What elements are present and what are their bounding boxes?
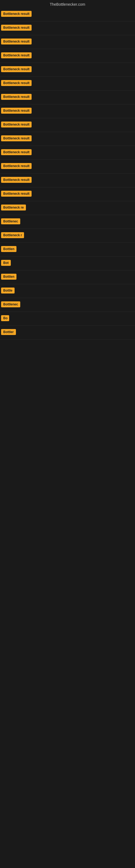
bottleneck-result-badge[interactable]: Bottleneck result: [1, 135, 32, 141]
list-item: Bottleneck result: [0, 91, 135, 104]
bottleneck-result-badge[interactable]: Bot: [1, 260, 11, 266]
bottleneck-result-badge[interactable]: Bottleneck result: [1, 38, 32, 44]
list-item: Bo: [0, 312, 135, 326]
bottleneck-result-badge[interactable]: Bo: [1, 315, 9, 321]
list-item: Bottleneck result: [0, 104, 135, 118]
list-item: Bottlen: [0, 271, 135, 284]
list-item: Bottleneck result: [0, 8, 135, 22]
results-list: Bottleneck resultBottleneck resultBottle…: [0, 8, 135, 719]
list-item: Bottleneck result: [0, 160, 135, 174]
list-item: Bottleneck result: [0, 22, 135, 35]
bottleneck-result-badge[interactable]: Bottleneck re: [1, 205, 26, 211]
bottleneck-result-badge[interactable]: Bottleneck result: [1, 66, 32, 72]
list-item: Bottle: [0, 284, 135, 298]
list-item: Bottlen: [0, 243, 135, 257]
list-item: Bottleneck r: [0, 229, 135, 243]
bottleneck-result-badge[interactable]: Bottleneck result: [1, 11, 32, 17]
list-item: Bottleneck result: [0, 77, 135, 91]
list-item: Bottleneck re: [0, 201, 135, 215]
bottleneck-result-badge[interactable]: Bottleneck result: [1, 177, 32, 183]
bottleneck-result-badge[interactable]: Bottleneck result: [1, 191, 32, 197]
bottleneck-result-badge[interactable]: Bottleneck r: [1, 232, 24, 238]
bottleneck-result-badge[interactable]: Bottleneck result: [1, 80, 32, 86]
list-item: Bottleneck result: [0, 187, 135, 201]
bottleneck-result-badge[interactable]: Bottlenec: [1, 218, 20, 224]
bottleneck-result-badge[interactable]: Bottleneck result: [1, 163, 32, 169]
bottleneck-result-badge[interactable]: Bottlen: [1, 274, 16, 280]
site-title: TheBottlenecker.com: [0, 0, 135, 8]
list-item: Bottleneck result: [0, 63, 135, 77]
bottleneck-result-badge[interactable]: Bottleneck result: [1, 122, 32, 127]
bottleneck-result-badge[interactable]: Bottlen: [1, 246, 16, 252]
bottleneck-result-badge[interactable]: Bottlenec: [1, 301, 20, 307]
bottleneck-result-badge[interactable]: Bottleneck result: [1, 149, 32, 155]
list-item: Bottleneck result: [0, 132, 135, 146]
list-item: Bottleneck result: [0, 146, 135, 160]
list-item: Bottleneck result: [0, 174, 135, 187]
list-item: Bottleneck result: [0, 49, 135, 63]
list-item: Bottler: [0, 326, 135, 340]
bottleneck-result-badge[interactable]: Bottleneck result: [1, 94, 32, 100]
list-item: Bottlenec: [0, 298, 135, 312]
list-item: Bottleneck result: [0, 35, 135, 49]
bottleneck-result-badge[interactable]: Bottleneck result: [1, 52, 32, 58]
list-item: Bottleneck result: [0, 118, 135, 132]
bottleneck-result-badge[interactable]: Bottle: [1, 287, 14, 293]
list-item: Bot: [0, 257, 135, 271]
bottleneck-result-badge[interactable]: Bottleneck result: [1, 25, 32, 31]
bottleneck-result-badge[interactable]: Bottleneck result: [1, 108, 32, 114]
bottleneck-result-badge[interactable]: Bottler: [1, 329, 16, 335]
list-item: Bottlenec: [0, 215, 135, 229]
